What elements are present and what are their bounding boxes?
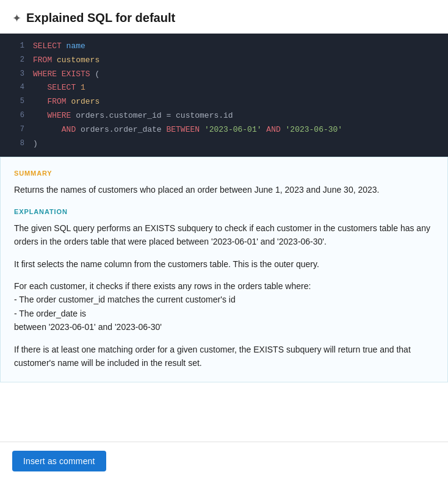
code-token: 1 bbox=[81, 83, 85, 92]
summary-label: SUMMARY bbox=[14, 170, 434, 177]
code-token: orders bbox=[71, 97, 99, 106]
line-number: 4 bbox=[10, 82, 24, 95]
code-token: WHERE bbox=[47, 111, 76, 120]
line-number: 7 bbox=[10, 124, 24, 137]
code-token bbox=[33, 83, 47, 92]
sparkle-icon: ✦ bbox=[12, 12, 21, 25]
line-content: ) bbox=[33, 138, 38, 151]
code-line: 5 FROM orders bbox=[0, 95, 448, 109]
line-content: FROM customers bbox=[33, 54, 99, 67]
line-content: AND orders.order_date BETWEEN '2023-06-0… bbox=[33, 124, 342, 137]
code-block: 1SELECT name2FROM customers3WHERE EXISTS… bbox=[0, 34, 448, 157]
code-token: FROM bbox=[33, 56, 57, 65]
code-token: AND bbox=[266, 125, 285, 134]
insert-comment-button[interactable]: Insert as comment bbox=[12, 451, 106, 471]
page-title: Explained SQL for default bbox=[26, 11, 175, 25]
code-line: 4 SELECT 1 bbox=[0, 81, 448, 95]
line-content: WHERE EXISTS ( bbox=[33, 68, 99, 81]
code-line: 2FROM customers bbox=[0, 54, 448, 68]
code-token: orders.customer_id = customers.id bbox=[76, 111, 233, 120]
code-token: FROM bbox=[47, 97, 71, 106]
code-token: '2023-06-01' bbox=[204, 125, 262, 134]
line-content: SELECT 1 bbox=[33, 82, 85, 95]
line-number: 1 bbox=[10, 40, 24, 53]
code-token: ( bbox=[90, 70, 100, 79]
line-content: FROM orders bbox=[33, 96, 99, 109]
explanation-paragraph: It first selects the name column from th… bbox=[14, 257, 434, 271]
footer-bar: Insert as comment bbox=[0, 442, 448, 480]
code-line: 1SELECT name bbox=[0, 40, 448, 54]
code-token: ) bbox=[33, 139, 38, 148]
explanation-paragraph: If there is at least one matching order … bbox=[14, 343, 434, 370]
code-token: BETWEEN bbox=[166, 125, 204, 134]
code-line: 3WHERE EXISTS ( bbox=[0, 68, 448, 82]
code-token: name bbox=[67, 41, 85, 51]
code-token: orders.order_date bbox=[81, 125, 166, 134]
line-number: 3 bbox=[10, 68, 24, 81]
code-token: SELECT bbox=[33, 41, 67, 51]
explanation-paragraph: For each customer, it checks if there ex… bbox=[14, 279, 434, 334]
code-token: '2023-06-30' bbox=[286, 125, 343, 134]
line-number: 8 bbox=[10, 138, 24, 151]
code-token bbox=[33, 125, 62, 134]
line-number: 2 bbox=[10, 54, 24, 67]
code-token: customers bbox=[57, 56, 99, 65]
line-content: SELECT name bbox=[33, 40, 85, 53]
code-token: EXISTS bbox=[62, 70, 90, 79]
page-header: ✦ Explained SQL for default bbox=[0, 0, 448, 34]
code-token: SELECT bbox=[47, 83, 81, 92]
code-token bbox=[33, 97, 47, 106]
code-token: AND bbox=[62, 125, 81, 134]
code-token: WHERE bbox=[33, 70, 62, 79]
explanation-label: EXPLANATION bbox=[14, 208, 434, 215]
summary-text: Returns the names of customers who place… bbox=[14, 183, 434, 196]
explanation-text: The given SQL query performs an EXISTS s… bbox=[14, 221, 434, 370]
code-line: 7 AND orders.order_date BETWEEN '2023-06… bbox=[0, 123, 448, 137]
line-content: WHERE orders.customer_id = customers.id bbox=[33, 110, 233, 123]
explanation-paragraph: The given SQL query performs an EXISTS s… bbox=[14, 221, 434, 249]
code-line: 8) bbox=[0, 137, 448, 151]
line-number: 6 bbox=[10, 110, 24, 123]
code-line: 6 WHERE orders.customer_id = customers.i… bbox=[0, 109, 448, 123]
code-token bbox=[33, 111, 47, 120]
line-number: 5 bbox=[10, 96, 24, 109]
explanation-panel: SUMMARY Returns the names of customers w… bbox=[0, 157, 448, 382]
